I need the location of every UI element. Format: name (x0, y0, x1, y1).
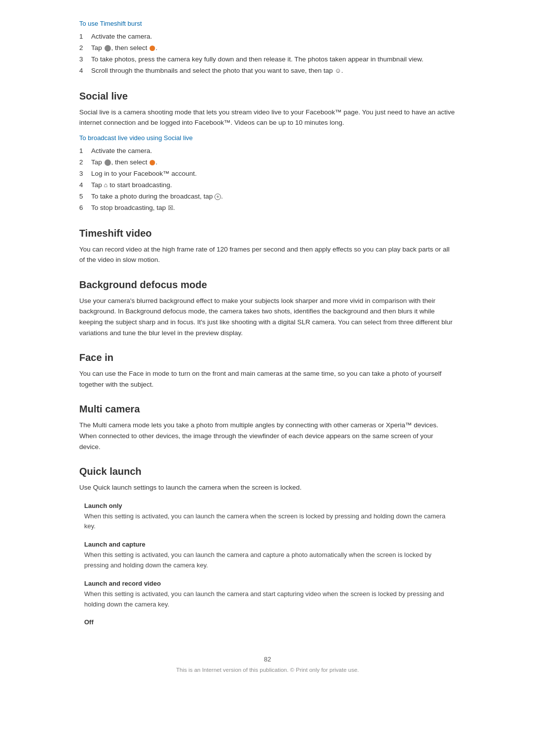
social-live-description: Social live is a camera shooting mode th… (79, 107, 456, 128)
stop-icon: ☒ (168, 204, 173, 211)
timeshift-burst-list: 1 Activate the camera. 2 Tap , then sele… (79, 31, 456, 77)
launch-only-text: When this setting is activated, you can … (84, 511, 456, 532)
step-text: Log in to your Facebook™ account. (91, 168, 456, 180)
page-footer: 82 This is an Internet version of this p… (79, 655, 456, 673)
timeshift-video-section: Timeshift video You can record video at … (79, 228, 456, 265)
step-text: To take a photo during the broadcast, ta… (91, 191, 456, 202)
face-in-description: You can use the Face in mode to turn on … (79, 368, 456, 390)
off-title: Off (84, 618, 456, 626)
multi-camera-heading: Multi camera (79, 403, 456, 415)
quick-launch-description: Use Quick launch settings to launch the … (79, 482, 456, 493)
social-live-steps-list: 1 Activate the camera. 2 Tap , then sele… (79, 146, 456, 214)
timeshift-video-heading: Timeshift video (79, 228, 456, 239)
step-number: 1 (79, 31, 87, 43)
step-text: Tap ⌂ to start broadcasting. (91, 180, 456, 191)
step-number: 5 (79, 191, 87, 202)
launch-record-subsection: Launch and record video When this settin… (84, 580, 456, 610)
step-text: Activate the camera. (91, 146, 456, 157)
smiley-icon: ☺ (335, 67, 341, 74)
quick-launch-heading: Quick launch (79, 466, 456, 477)
step-number: 6 (79, 202, 87, 214)
launch-only-subsection: Launch only When this setting is activat… (84, 502, 456, 532)
orange-dot-icon (150, 46, 155, 51)
list-item: 4 Tap ⌂ to start broadcasting. (79, 180, 456, 191)
page-content: To use Timeshift burst 1 Activate the ca… (79, 20, 456, 673)
step-number: 2 (79, 43, 87, 54)
list-item: 1 Activate the camera. (79, 31, 456, 43)
background-defocus-description: Use your camera's blurred background eff… (79, 296, 456, 338)
page-number: 82 (79, 655, 456, 663)
social-live-section: Social live Social live is a camera shoo… (79, 91, 456, 214)
step-text: Activate the camera. (91, 31, 456, 43)
gear-icon-2 (105, 159, 111, 166)
list-item: 2 Tap , then select . (79, 157, 456, 168)
list-item: 3 Log in to your Facebook™ account. (79, 168, 456, 180)
orange-dot-icon-2 (150, 160, 155, 165)
footer-legal: This is an Internet version of this publ… (79, 667, 456, 673)
step-number: 4 (79, 180, 87, 191)
multi-camera-section: Multi camera The Multi camera mode lets … (79, 403, 456, 452)
step-number: 2 (79, 157, 87, 168)
plus-circle-icon: + (214, 194, 221, 200)
list-item: 4 Scroll through the thumbnails and sele… (79, 65, 456, 77)
quick-launch-subsections: Launch only When this setting is activat… (79, 502, 456, 626)
step-number: 4 (79, 65, 87, 77)
face-in-section: Face in You can use the Face in mode to … (79, 352, 456, 390)
step-text: To take photos, press the camera key ful… (91, 54, 456, 65)
launch-capture-text: When this setting is activated, you can … (84, 550, 456, 571)
timeshift-burst-section: To use Timeshift burst 1 Activate the ca… (79, 20, 456, 77)
quick-launch-section: Quick launch Use Quick launch settings t… (79, 466, 456, 626)
step-number: 3 (79, 54, 87, 65)
social-live-broadcast-link[interactable]: To broadcast live video using Social liv… (79, 134, 456, 142)
launch-record-text: When this setting is activated, you can … (84, 589, 456, 610)
list-item: 3 To take photos, press the camera key f… (79, 54, 456, 65)
multi-camera-description: The Multi camera mode lets you take a ph… (79, 420, 456, 452)
step-number: 3 (79, 168, 87, 180)
list-item: 1 Activate the camera. (79, 146, 456, 157)
list-item: 6 To stop broadcasting, tap ☒. (79, 202, 456, 214)
step-text: Scroll through the thumbnails and select… (91, 65, 456, 77)
launch-record-title: Launch and record video (84, 580, 456, 587)
list-item: 5 To take a photo during the broadcast, … (79, 191, 456, 202)
off-subsection: Off (84, 618, 456, 626)
background-defocus-heading: Background defocus mode (79, 279, 456, 291)
step-text: Tap , then select . (91, 157, 456, 168)
background-defocus-section: Background defocus mode Use your camera'… (79, 279, 456, 338)
launch-only-title: Launch only (84, 502, 456, 509)
launch-capture-subsection: Launch and capture When this setting is … (84, 541, 456, 571)
timeshift-video-description: You can record video at the high frame r… (79, 244, 456, 265)
house-icon: ⌂ (104, 181, 108, 189)
launch-capture-title: Launch and capture (84, 541, 456, 548)
step-number: 1 (79, 146, 87, 157)
timeshift-burst-link[interactable]: To use Timeshift burst (79, 20, 456, 27)
gear-icon (105, 45, 111, 51)
step-text: To stop broadcasting, tap ☒. (91, 202, 456, 214)
step-text: Tap , then select . (91, 43, 456, 54)
face-in-heading: Face in (79, 352, 456, 363)
list-item: 2 Tap , then select . (79, 43, 456, 54)
social-live-heading: Social live (79, 91, 456, 102)
